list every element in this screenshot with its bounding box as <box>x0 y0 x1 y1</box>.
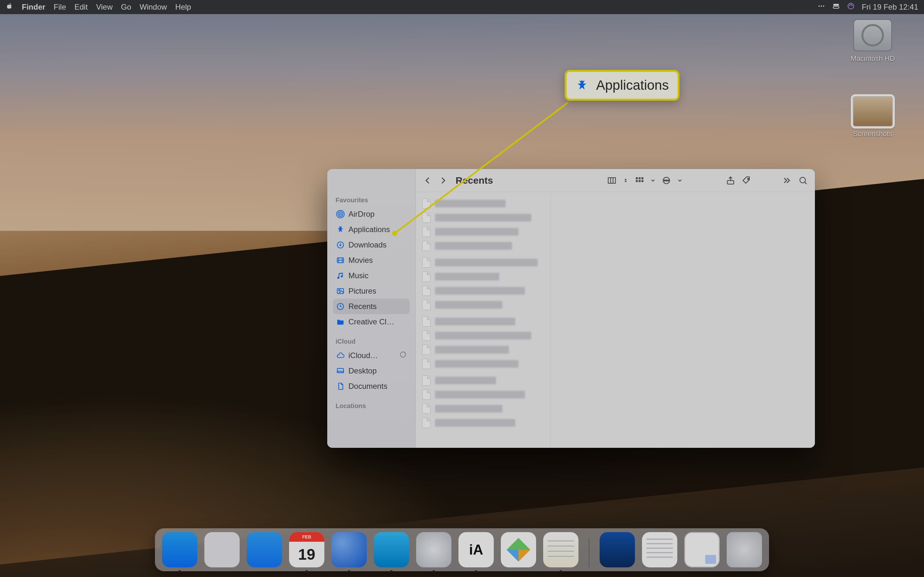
file-row[interactable] <box>419 388 547 402</box>
dock-app-tweetbot[interactable] <box>374 532 409 567</box>
tags-button[interactable] <box>742 176 751 185</box>
svg-point-28 <box>664 180 666 181</box>
menubar-extra-1[interactable] <box>817 2 825 12</box>
redacted-filename <box>435 360 519 367</box>
finder-toolbar: Recents <box>416 169 815 192</box>
file-row[interactable] <box>419 329 547 343</box>
file-row[interactable] <box>419 416 547 430</box>
search-button[interactable] <box>798 176 808 185</box>
document-icon <box>422 241 431 251</box>
svg-rect-18 <box>337 371 344 372</box>
file-row[interactable] <box>419 197 547 211</box>
dock-trash[interactable] <box>727 532 762 567</box>
view-columns-button[interactable] <box>607 176 617 185</box>
action-button[interactable] <box>662 176 671 185</box>
finder-content <box>416 192 815 448</box>
menu-window[interactable]: Window <box>140 3 167 11</box>
view-toggle-icon[interactable] <box>623 176 628 185</box>
sidebar-item-music[interactable]: Music <box>333 268 410 284</box>
dock-stack-textfiles[interactable] <box>642 532 677 567</box>
file-row[interactable] <box>419 374 547 388</box>
chevron-down-icon[interactable] <box>678 176 682 185</box>
sidebar-item-applications[interactable]: Applications <box>333 222 410 237</box>
icloud-icon <box>336 351 344 359</box>
annotation-callout: Applications <box>565 70 680 101</box>
sidebar-section-icloud: iCloud <box>333 335 410 348</box>
control-center-icon[interactable] <box>832 2 840 12</box>
dock-app-launchpad[interactable] <box>204 532 240 567</box>
menu-help[interactable]: Help <box>175 3 191 11</box>
finder-sidebar: Favourites AirDrop Applications Download… <box>327 169 416 448</box>
menubar-app-name[interactable]: Finder <box>22 3 45 11</box>
menu-view[interactable]: View <box>96 3 113 11</box>
desktop-icon-hdd[interactable]: Macintosh HD <box>841 19 905 63</box>
siri-icon[interactable] <box>847 2 855 12</box>
sidebar-item-downloads[interactable]: Downloads <box>333 237 410 253</box>
menu-edit[interactable]: Edit <box>74 3 87 11</box>
redacted-filename <box>435 405 502 413</box>
sidebar-item-label: Applications <box>349 225 390 234</box>
apple-menu[interactable] <box>6 2 13 12</box>
file-row[interactable] <box>419 402 547 416</box>
file-row[interactable] <box>419 239 547 253</box>
dock-app-kodi[interactable] <box>501 532 536 567</box>
sidebar-item-creative-cloud[interactable]: Creative Cl… <box>333 314 410 330</box>
file-row[interactable] <box>419 343 547 357</box>
document-icon <box>336 382 344 390</box>
sidebar-item-label: Documents <box>349 382 387 391</box>
redacted-filename <box>435 228 519 235</box>
chevron-down-icon[interactable] <box>651 176 655 185</box>
file-row[interactable] <box>419 255 547 269</box>
dock-app-appstore[interactable] <box>247 532 282 567</box>
forward-button[interactable] <box>438 176 448 185</box>
sidebar-section-favourites: Favourites <box>333 194 410 206</box>
svg-point-9 <box>338 211 342 216</box>
toolbar-overflow-button[interactable] <box>782 176 792 185</box>
file-row[interactable] <box>419 225 547 239</box>
pictures-icon <box>336 287 344 295</box>
dock-app-thunderbird[interactable] <box>331 532 367 567</box>
dock-app-calendar[interactable]: FEB 19 <box>289 532 325 567</box>
menu-go[interactable]: Go <box>121 3 131 11</box>
sidebar-item-movies[interactable]: Movies <box>333 253 410 268</box>
svg-rect-19 <box>608 177 615 183</box>
sidebar-section-locations: Locations <box>333 400 410 412</box>
sidebar-item-documents[interactable]: Documents <box>333 379 410 394</box>
sidebar-item-desktop[interactable]: Desktop <box>333 363 410 379</box>
document-icon <box>422 418 431 428</box>
svg-rect-21 <box>639 177 641 179</box>
svg-point-14 <box>339 290 340 291</box>
dock-app-finder[interactable] <box>162 532 197 567</box>
svg-rect-23 <box>636 180 638 182</box>
redacted-filename <box>435 214 531 221</box>
file-list[interactable] <box>416 192 551 448</box>
sidebar-item-icloud-drive[interactable]: iCloud… <box>333 348 410 363</box>
dock-app-textedit[interactable] <box>543 532 578 567</box>
menubar-datetime[interactable]: Fri 19 Feb 12:41 <box>862 3 918 11</box>
hdd-label: Macintosh HD <box>841 55 905 63</box>
sidebar-item-pictures[interactable]: Pictures <box>333 284 410 299</box>
callout-label: Applications <box>596 77 669 93</box>
sidebar-item-label: Movies <box>349 256 373 265</box>
group-button[interactable] <box>635 176 644 185</box>
svg-rect-13 <box>337 288 344 293</box>
document-icon <box>422 330 431 341</box>
file-row[interactable] <box>419 314 547 329</box>
dock-stack-documents[interactable] <box>684 532 720 567</box>
file-row[interactable] <box>419 357 547 371</box>
file-row[interactable] <box>419 269 547 284</box>
file-row[interactable] <box>419 284 547 298</box>
menu-file[interactable]: File <box>53 3 66 11</box>
share-button[interactable] <box>726 176 735 185</box>
document-icon <box>422 258 431 268</box>
sidebar-item-airdrop[interactable]: AirDrop <box>333 206 410 222</box>
file-row[interactable] <box>419 298 547 312</box>
desktop-icon-screenshots[interactable]: Screenshots <box>841 96 905 138</box>
dock-app-safari[interactable] <box>416 532 451 567</box>
sidebar-item-label: Desktop <box>349 366 376 376</box>
file-row[interactable] <box>419 211 547 225</box>
dock-app-iawriter[interactable]: iA <box>459 532 494 567</box>
dock-stack-screenshots[interactable] <box>599 532 635 567</box>
sidebar-item-recents[interactable]: Recents <box>333 299 410 314</box>
back-button[interactable] <box>423 176 433 185</box>
